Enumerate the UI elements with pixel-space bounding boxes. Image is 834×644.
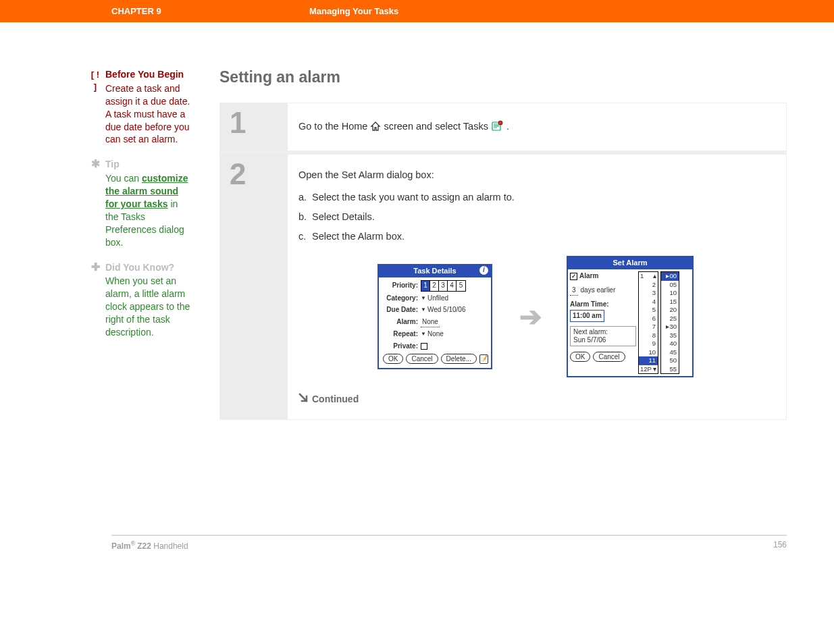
- set-alarm-title: Set Alarm: [568, 257, 692, 269]
- task-details-dialog: Task Details i Priority: 1 2: [377, 264, 492, 369]
- main-content: Setting an alarm 1 Go to the Home screen…: [199, 68, 834, 420]
- dropdown-icon: ▼: [421, 306, 426, 314]
- step-1-body: Go to the Home screen and select Tasks .: [288, 103, 786, 151]
- asterisk-icon: ✱: [89, 158, 101, 248]
- step-2-body: Open the Set Alarm dialog box: a.Select …: [288, 155, 786, 419]
- chapter-header: CHAPTER 9 Managing Your Tasks: [0, 0, 834, 22]
- set-alarm-dialog: Set Alarm ✓ Alarm 3 days earlie: [567, 256, 694, 377]
- info-icon[interactable]: i: [479, 266, 488, 275]
- priority-selector[interactable]: 1 2 3 4 5: [421, 280, 466, 292]
- step-2-number: 2: [220, 155, 288, 191]
- chapter-number: CHAPTER 9: [111, 6, 309, 16]
- home-icon: [370, 122, 381, 136]
- page-footer: Palm® Z22 Handheld 156: [111, 535, 787, 551]
- ok-button[interactable]: OK: [383, 354, 403, 364]
- dropdown-icon: ▼: [421, 330, 426, 338]
- dialog-illustration: Task Details i Priority: 1 2: [298, 256, 773, 377]
- tip-box: ✱ Tip You can customize the alarm sound …: [89, 158, 191, 248]
- svg-point-1: [498, 121, 502, 125]
- plus-icon: ✚: [89, 261, 101, 339]
- before-you-begin-box: [ ! ] Before You Begin Create a task and…: [89, 68, 191, 146]
- continued-arrow-icon: [298, 392, 308, 406]
- step-2-intro: Open the Set Alarm dialog box:: [298, 168, 773, 182]
- alarm-row[interactable]: Alarm: None: [383, 317, 487, 328]
- before-you-begin-title: Before You Begin: [105, 68, 191, 81]
- sidebar: [ ! ] Before You Begin Create a task and…: [0, 68, 199, 420]
- category-row[interactable]: Category: ▼ Unfiled: [383, 294, 487, 304]
- note-icon[interactable]: 📝: [479, 354, 488, 364]
- page-number: 156: [773, 540, 787, 551]
- alarm-time-label: Alarm Time:: [570, 300, 636, 310]
- due-date-row[interactable]: Due Date: ▼ Wed 5/10/06: [383, 305, 487, 315]
- substep-a: a.Select the task you want to assign an …: [298, 190, 773, 205]
- task-details-title: Task Details i: [379, 265, 491, 277]
- step-1-number: 1: [220, 103, 288, 140]
- arrow-right-icon: ➔: [519, 297, 540, 336]
- step-2: 2 Open the Set Alarm dialog box: a.Selec…: [220, 155, 786, 419]
- tasks-app-icon: [491, 120, 504, 136]
- chapter-title: Managing Your Tasks: [309, 6, 398, 16]
- steps-container: 1 Go to the Home screen and select Tasks…: [219, 103, 787, 420]
- step-1-text-pre: Go to the Home: [298, 121, 370, 132]
- did-you-know-text: When you set an alarm, a little alarm cl…: [105, 275, 191, 338]
- delete-button[interactable]: Delete...: [441, 354, 477, 364]
- substep-b: b.Select Details.: [298, 210, 773, 224]
- alarm-checkbox[interactable]: ✓: [570, 273, 577, 280]
- repeat-row[interactable]: Repeat: ▼ None: [383, 329, 487, 340]
- cancel-button[interactable]: Cancel: [593, 352, 625, 362]
- section-title: Setting an alarm: [219, 68, 787, 86]
- priority-row: Priority: 1 2 3 4 5: [383, 280, 487, 292]
- next-alarm-box: Next alarm: Sun 5/7/06: [570, 326, 636, 346]
- minute-picker[interactable]: ▸00 05 10 15 20 25 ▸30 35 40 45: [660, 271, 679, 374]
- cancel-button[interactable]: Cancel: [406, 354, 438, 364]
- did-you-know-title: Did You Know?: [105, 261, 191, 274]
- substep-c: c.Select the Alarm box.: [298, 230, 773, 244]
- product-name: Palm® Z22 Handheld: [111, 540, 188, 551]
- hour-picker[interactable]: 1▴ 2 3 4 5 6 7 8 9 10: [638, 271, 658, 374]
- step-1-text-mid: screen and select Tasks: [384, 121, 491, 132]
- alarm-checkbox-row[interactable]: ✓ Alarm: [570, 271, 636, 281]
- step-1-text-post: .: [506, 121, 509, 132]
- ok-button[interactable]: OK: [570, 352, 590, 362]
- tip-title: Tip: [105, 158, 191, 171]
- private-row[interactable]: Private:: [383, 342, 487, 352]
- tip-text: You can customize the alarm sound for yo…: [105, 172, 191, 248]
- did-you-know-box: ✚ Did You Know? When you set an alarm, a…: [89, 261, 191, 339]
- private-checkbox[interactable]: [421, 343, 427, 350]
- days-earlier-row[interactable]: 3 days earlier: [570, 286, 636, 296]
- before-you-begin-text: Create a task and assign it a due date. …: [105, 82, 191, 146]
- up-arrow-icon[interactable]: ▴: [653, 272, 656, 281]
- down-arrow-icon[interactable]: ▾: [653, 365, 656, 374]
- tip-text-pre: You can: [105, 173, 142, 184]
- continued-indicator: Continued: [298, 392, 773, 406]
- dropdown-icon: ▼: [421, 294, 426, 302]
- alert-icon: [ ! ]: [89, 68, 101, 146]
- alarm-time-field[interactable]: 11:00 am: [570, 310, 604, 323]
- step-1: 1 Go to the Home screen and select Tasks…: [220, 103, 786, 155]
